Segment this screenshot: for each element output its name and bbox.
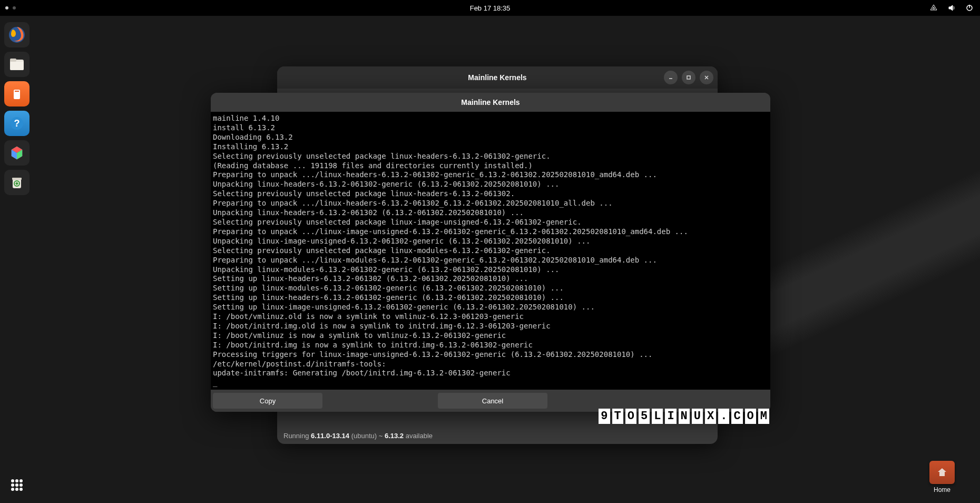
dock-firefox[interactable] — [4, 22, 30, 47]
cancel-button[interactable]: Cancel — [438, 393, 547, 409]
install-dialog: Mainline Kernels mainline 1.4.10 install… — [211, 93, 770, 412]
status-running-version: 6.11.0-13.14 — [311, 432, 349, 440]
window-titlebar[interactable]: Mainline Kernels — [277, 66, 718, 89]
copy-button[interactable]: Copy — [213, 393, 322, 409]
status-flavor: (ubuntu) ~ — [349, 432, 385, 440]
svg-point-16 — [11, 483, 14, 487]
dock-files[interactable] — [4, 52, 30, 77]
home-label: Home — [929, 486, 955, 494]
svg-point-18 — [19, 483, 23, 487]
dock-software[interactable] — [4, 81, 30, 107]
network-icon[interactable] — [929, 4, 938, 12]
svg-point-20 — [15, 488, 18, 491]
topbar-left — [5, 6, 16, 9]
minimize-button[interactable] — [664, 71, 678, 84]
dock-activities[interactable] — [6, 475, 27, 496]
svg-point-15 — [19, 479, 23, 482]
svg-point-13 — [11, 479, 14, 482]
top-bar: Feb 17 18:35 — [0, 0, 980, 16]
terminal-output[interactable]: mainline 1.4.10 install 6.13.2 Downloadi… — [211, 112, 770, 390]
svg-point-19 — [11, 488, 14, 491]
desktop-home-icon[interactable]: Home — [929, 461, 955, 494]
status-prefix: Running — [283, 432, 311, 440]
svg-rect-11 — [12, 178, 22, 180]
power-icon[interactable] — [965, 4, 974, 12]
dock-help[interactable]: ? — [4, 111, 30, 136]
status-available-version: 6.13.2 — [385, 432, 404, 440]
dialog-titlebar: Mainline Kernels — [211, 93, 770, 112]
svg-point-17 — [15, 483, 18, 487]
status-bar: Running 6.11.0-13.14 (ubuntu) ~ 6.13.2 a… — [283, 432, 433, 440]
svg-point-21 — [19, 488, 23, 491]
svg-rect-4 — [10, 59, 16, 62]
folder-icon — [929, 461, 955, 484]
watermark: 9TO5LINUX.COM — [599, 409, 769, 424]
dialog-title: Mainline Kernels — [461, 98, 520, 107]
svg-rect-5 — [10, 62, 24, 70]
dock: ? — [2, 18, 32, 501]
system-tray[interactable] — [929, 4, 974, 12]
svg-rect-7 — [15, 91, 19, 92]
svg-text:?: ? — [14, 118, 20, 129]
dock-boxes[interactable] — [4, 140, 30, 166]
svg-rect-23 — [687, 76, 690, 79]
volume-icon[interactable] — [947, 4, 956, 12]
window-title: Mainline Kernels — [468, 73, 526, 82]
clock[interactable]: Feb 17 18:35 — [470, 4, 511, 12]
dock-trash[interactable] — [4, 170, 30, 195]
status-available-suffix: available — [404, 432, 433, 440]
svg-point-14 — [15, 479, 18, 482]
maximize-button[interactable] — [682, 71, 695, 84]
close-button[interactable] — [700, 71, 713, 84]
